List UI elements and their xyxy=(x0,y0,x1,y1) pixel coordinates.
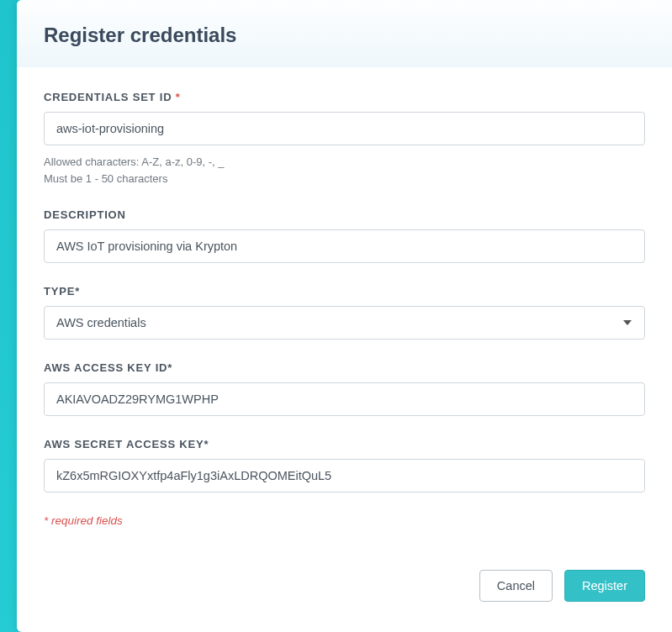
credentials-set-id-group: CREDENTIALS SET ID * Allowed characters:… xyxy=(44,91,645,187)
type-label: TYPE* xyxy=(44,285,645,298)
cancel-button[interactable]: Cancel xyxy=(479,570,553,602)
aws-access-key-id-input[interactable] xyxy=(44,382,645,416)
register-credentials-dialog: Register credentials CREDENTIALS SET ID … xyxy=(17,0,672,632)
aws-access-key-id-group: AWS ACCESS KEY ID* xyxy=(44,361,645,416)
type-group: TYPE* AWS credentials xyxy=(44,285,645,340)
credentials-set-id-input[interactable] xyxy=(44,112,645,145)
dialog-body: CREDENTIALS SET ID * Allowed characters:… xyxy=(17,67,672,561)
label-text: CREDENTIALS SET ID xyxy=(44,91,172,103)
help-line-1: Allowed characters: A-Z, a-z, 0-9, -, _ xyxy=(44,154,645,171)
required-fields-note: * required fields xyxy=(44,514,645,527)
description-group: DESCRIPTION xyxy=(44,208,645,263)
aws-secret-access-key-label: AWS SECRET ACCESS KEY* xyxy=(44,438,645,450)
dialog-footer: Cancel Register xyxy=(17,561,672,632)
type-select[interactable]: AWS credentials xyxy=(44,306,645,340)
credentials-set-id-label: CREDENTIALS SET ID * xyxy=(44,91,645,103)
credentials-set-id-help: Allowed characters: A-Z, a-z, 0-9, -, _ … xyxy=(44,154,645,187)
aws-secret-access-key-input[interactable] xyxy=(44,459,645,492)
dialog-title: Register credentials xyxy=(44,24,645,47)
description-input[interactable] xyxy=(44,229,645,263)
type-select-wrapper: AWS credentials xyxy=(44,306,645,340)
aws-secret-access-key-group: AWS SECRET ACCESS KEY* xyxy=(44,438,645,492)
required-asterisk: * xyxy=(172,91,180,103)
aws-access-key-id-label: AWS ACCESS KEY ID* xyxy=(44,361,645,374)
dialog-header: Register credentials xyxy=(17,0,672,67)
register-button[interactable]: Register xyxy=(564,570,645,602)
help-line-2: Must be 1 - 50 characters xyxy=(44,171,645,187)
description-label: DESCRIPTION xyxy=(44,208,645,221)
decorative-edge xyxy=(0,0,17,632)
